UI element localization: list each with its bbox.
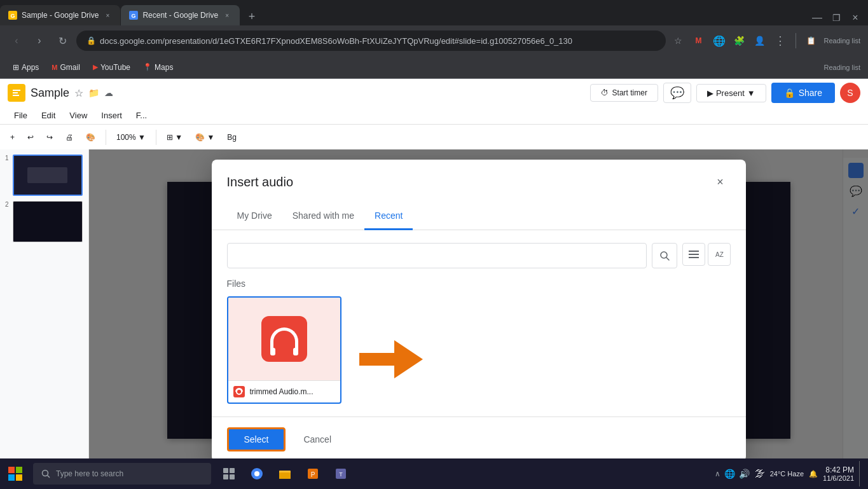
google-account-icon[interactable]: 🌐 [712,33,727,48]
date-display: 11/6/2021 [823,474,854,482]
url-box[interactable]: 🔒 docs.google.com/presentation/d/1eGTXE6… [76,31,666,51]
bookmark-gmail[interactable]: M Gmail [46,60,85,74]
taskbar: Type here to search [0,458,868,489]
search-input[interactable] [227,243,647,268]
cloud-icon[interactable]: ☁ [104,88,113,98]
speaker-icon[interactable]: 🔊 [739,469,750,479]
bookmark-star-icon[interactable]: ☆ [671,33,686,48]
search-row: AZ [227,243,731,268]
slide-item-2[interactable]: 2 [5,201,83,242]
comment-button[interactable]: 💬 [663,83,691,103]
search-button[interactable] [652,243,677,268]
reading-list-bar-label: Reading list [824,64,860,71]
weather-text: 24°C Haze [770,470,804,478]
user-avatar[interactable]: 👤 [752,33,768,48]
weather-info: 🌫 24°C Haze [755,468,804,479]
maximize-button[interactable]: ❐ [829,10,844,25]
svg-rect-17 [8,474,15,481]
cancel-button[interactable]: Cancel [293,429,341,450]
tab-shared-with-me[interactable]: Shared with me [282,203,364,230]
start-button[interactable] [0,458,31,489]
reading-list-label: Reading list [824,37,860,45]
teams-icon[interactable]: T [328,461,354,486]
slideshow-settings-button[interactable]: ▶ Present ▼ [696,84,766,102]
toolbar-undo[interactable]: ↩ [22,130,39,144]
tray-up-arrow[interactable]: ∧ [715,469,720,478]
start-timer-button[interactable]: ⏱ Start timer [590,84,658,102]
slideshow-icon: ▶ [707,88,713,98]
file-card-audio[interactable]: trimmed Audio.m... [227,296,341,404]
weather-icon: 🌫 [755,468,765,479]
tab-close-recent[interactable]: × [222,10,232,20]
toolbar-add[interactable]: + [5,130,20,144]
taskbar-search-box[interactable]: Type here to search [33,463,211,485]
taskbar-clock[interactable]: 8:42 PM 11/6/2021 [823,465,854,482]
file-explorer-icon[interactable] [272,461,298,486]
dialog-close-button[interactable]: × [710,172,731,193]
toolbar-paint-format[interactable]: 🎨 [81,130,100,144]
back-button[interactable]: ‹ [8,32,25,50]
audio-file-icon [261,316,307,362]
slides-app: Sample ☆ 📁 ☁ ⏱ Start timer 💬 ▶ Present ▼ [0,79,868,489]
svg-text:AZ: AZ [715,251,724,258]
tab-my-drive[interactable]: My Drive [227,203,282,230]
user-avatar-slides[interactable]: S [840,83,860,103]
svg-rect-10 [689,251,699,252]
menu-button[interactable]: ⋮ [773,33,788,48]
tab-recent[interactable]: G Recent - Google Drive × [121,5,240,25]
svg-rect-15 [8,467,15,473]
apps-favicon: ⊞ [13,63,19,72]
paint-icon[interactable]: P [300,461,326,486]
extensions-icon[interactable]: 🧩 [732,33,747,48]
view-controls [652,243,677,268]
tab-close-sample[interactable]: × [102,10,113,20]
svg-rect-24 [230,474,235,479]
tab-sample[interactable]: G Sample - Google Drive × [0,5,120,25]
task-view-button[interactable] [216,461,242,486]
sort-button[interactable]: AZ [708,243,731,266]
reading-list-icon[interactable]: 📋 [804,33,819,48]
list-view-button[interactable] [682,243,705,266]
toolbar-row: + ↩ ↪ 🖨 🎨 100% ▼ ⊞ ▼ 🎨 ▼ Bg [0,124,868,149]
gmail-icon[interactable]: M [691,33,706,48]
address-bar: ‹ › ↻ 🔒 docs.google.com/presentation/d/1… [0,25,868,56]
menu-file[interactable]: File [8,108,34,123]
orange-arrow-icon [359,340,423,378]
dialog-overlay: Insert audio × My Drive Shared with me R… [89,149,868,471]
menu-edit[interactable]: Edit [35,108,62,123]
slides-header: Sample ☆ 📁 ☁ ⏱ Start timer 💬 ▶ Present ▼ [0,79,868,149]
new-tab-button[interactable]: + [243,8,261,25]
move-icon[interactable]: 📁 [88,88,99,98]
slide-item-1[interactable]: 1 [5,155,83,196]
notifications-icon[interactable]: 🔔 [809,470,818,478]
menu-format[interactable]: F... [130,108,153,123]
tab-recent[interactable]: Recent [364,203,413,230]
minimize-button[interactable]: — [809,10,825,25]
toolbar-zoom[interactable]: 100% ▼ [111,130,151,144]
toolbar-theme[interactable]: 🎨 ▼ [190,130,219,144]
maps-favicon: 📍 [143,63,152,71]
svg-rect-7 [13,95,19,96]
toolbar-print[interactable]: 🖨 [60,130,78,144]
select-button[interactable]: Select [227,427,286,451]
share-button[interactable]: 🔒 Share [771,83,835,103]
editor-area: 1 2 3 4 5 Insert audio × [89,149,868,471]
bookmark-youtube[interactable]: ▶ YouTube [88,60,135,74]
forward-button[interactable]: › [31,32,48,50]
menu-view[interactable]: View [63,108,93,123]
taskbar-icons: P T [216,461,354,486]
show-desktop-button[interactable] [859,461,863,486]
toolbar-bg[interactable]: Bg [222,130,242,144]
bookmark-maps[interactable]: 📍 Maps [138,60,178,74]
toolbar-layout[interactable]: ⊞ ▼ [162,130,188,144]
close-button[interactable]: × [848,10,863,25]
star-icon[interactable]: ☆ [74,87,83,99]
reload-button[interactable]: ↻ [53,32,71,50]
svg-rect-12 [689,257,699,258]
chrome-taskbar-icon[interactable] [244,461,270,486]
bookmark-apps[interactable]: ⊞ Apps [8,60,44,74]
toolbar-redo[interactable]: ↪ [41,130,58,144]
network-icon[interactable]: 🌐 [724,469,735,479]
svg-rect-5 [13,90,20,91]
menu-insert[interactable]: Insert [95,108,128,123]
